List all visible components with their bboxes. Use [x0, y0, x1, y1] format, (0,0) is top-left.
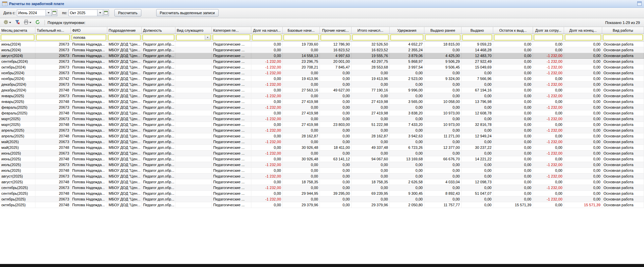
- grid-cell[interactable]: [175, 196, 212, 202]
- grid-cell[interactable]: Основная работа: [602, 47, 644, 53]
- grid-cell[interactable]: 77 190,16: [352, 87, 390, 93]
- grid-cell[interactable]: 0,00: [320, 82, 352, 87]
- grid-cell[interactable]: 0,00: [283, 105, 320, 110]
- grid-cell[interactable]: Попова Надежда...: [71, 168, 107, 173]
- grid-cell[interactable]: август(2025): [0, 173, 35, 179]
- grid-cell[interactable]: 4 425,00: [424, 53, 461, 59]
- grid-cell[interactable]: 0,00: [251, 99, 283, 105]
- grid-cell[interactable]: -1 232,00: [533, 53, 564, 59]
- grid-cell[interactable]: 0,00: [283, 93, 320, 99]
- grid-cell[interactable]: Попова Надежда...: [71, 64, 107, 70]
- grid-cell[interactable]: Педагог доп.обр...: [142, 151, 175, 156]
- grid-cell[interactable]: Основная работа: [602, 133, 644, 139]
- grid-cell[interactable]: 0,00: [320, 116, 352, 122]
- grid-cell[interactable]: Основная работа: [602, 156, 644, 162]
- grid-cell[interactable]: Попова Надежда...: [71, 105, 107, 110]
- grid-cell[interactable]: -1 232,00: [533, 105, 564, 110]
- grid-cell[interactable]: 2 626,58: [390, 179, 424, 185]
- grid-cell[interactable]: Педагог доп.обр...: [142, 99, 175, 105]
- grid-cell[interactable]: 27 419,98: [352, 99, 390, 105]
- grid-cell[interactable]: 0,00: [251, 87, 283, 93]
- grid-cell[interactable]: январь(2025): [0, 93, 35, 99]
- grid-cell[interactable]: июнь(2025): [0, 151, 35, 156]
- grid-cell[interactable]: 0,00: [424, 116, 461, 122]
- grid-cell[interactable]: МБОУ ДОД "Цен...: [107, 105, 142, 110]
- grid-cell[interactable]: 0,00: [424, 128, 461, 133]
- grid-cell[interactable]: 20748: [35, 122, 71, 128]
- grid-cell[interactable]: 2 355,24: [390, 47, 424, 53]
- grid-cell[interactable]: [175, 128, 212, 133]
- grid-cell[interactable]: Педагогические ...: [212, 53, 251, 59]
- grid-row[interactable]: ноябрь(2024)20742Попова Надежда...МБОУ Д…: [0, 76, 644, 82]
- grid-cell[interactable]: Основная работа: [602, 42, 644, 47]
- grid-cell[interactable]: 14 558,13: [283, 53, 320, 59]
- grid-cell[interactable]: 0,00: [493, 162, 533, 168]
- grid-cell[interactable]: Педагогические ...: [212, 128, 251, 133]
- grid-cell[interactable]: Педагог доп.обр...: [142, 47, 175, 53]
- grid-cell[interactable]: Педагог доп.обр...: [142, 145, 175, 151]
- grid-cell[interactable]: декабрь(2024): [0, 87, 35, 93]
- grid-cell[interactable]: 0,00: [533, 99, 564, 105]
- grid-cell[interactable]: 0,00: [493, 76, 533, 82]
- grid-cell[interactable]: [175, 64, 212, 70]
- filter-input-16[interactable]: [534, 34, 563, 41]
- grid-cell[interactable]: [175, 122, 212, 128]
- grid-cell[interactable]: 16 823,52: [352, 47, 390, 53]
- grid-cell[interactable]: 7 433,20: [390, 122, 424, 128]
- grid-row[interactable]: декабрь(2024)20673Попова Надежда...МБОУ …: [0, 82, 644, 87]
- print-button[interactable]: [22, 19, 33, 26]
- grid-cell[interactable]: Попова Надежда...: [71, 76, 107, 82]
- grid-cell[interactable]: 10 973,00: [424, 122, 461, 128]
- grid-cell[interactable]: 0,00: [564, 47, 602, 53]
- filter-input-7[interactable]: [213, 34, 250, 41]
- grid-cell[interactable]: 0,00: [533, 133, 564, 139]
- grid-cell[interactable]: [175, 145, 212, 151]
- grid-cell[interactable]: 0,00: [320, 105, 352, 110]
- grid-cell[interactable]: МБОУ ДОД "Цен...: [107, 173, 142, 179]
- grid-row[interactable]: февраль(2025)20748Попова Надежда...МБОУ …: [0, 110, 644, 116]
- grid-cell[interactable]: 0,00: [424, 151, 461, 156]
- grid-cell[interactable]: Педагогические ...: [212, 202, 251, 208]
- grid-cell[interactable]: 9 996,00: [390, 87, 424, 93]
- grid-cell[interactable]: 0,00: [493, 42, 533, 47]
- grid-cell[interactable]: Педагогические ...: [212, 64, 251, 70]
- grid-cell[interactable]: 20748: [35, 99, 71, 105]
- grid-cell[interactable]: 0,00: [320, 70, 352, 76]
- grid-cell[interactable]: Основная работа: [602, 145, 644, 151]
- grid-cell[interactable]: 0,00: [493, 151, 533, 156]
- grid-cell[interactable]: Педагогические ...: [212, 139, 251, 145]
- collapse-button[interactable]: [637, 1, 642, 7]
- grid-cell[interactable]: Педагогические ...: [212, 151, 251, 156]
- grid-cell[interactable]: Основная работа: [602, 185, 644, 191]
- grid-cell[interactable]: 0,00: [564, 82, 602, 87]
- settings-button[interactable]: [2, 19, 12, 26]
- grid-cell[interactable]: 0,00: [424, 139, 461, 145]
- grid-cell[interactable]: 0,00: [283, 139, 320, 145]
- grid-cell[interactable]: 13 796,98: [461, 99, 493, 105]
- grid-row[interactable]: июль(2024)20673Попова Надежда...МБОУ ДОД…: [0, 47, 644, 53]
- grid-cell[interactable]: Попова Надежда...: [71, 99, 107, 105]
- grid-cell[interactable]: 0,00: [564, 191, 602, 196]
- grid-cell[interactable]: 20748: [35, 168, 71, 173]
- grid-cell[interactable]: МБОУ ДОД "Цен...: [107, 162, 142, 168]
- grid-cell[interactable]: 7 566,96: [461, 76, 493, 82]
- grid-cell[interactable]: 9 300,45: [390, 191, 424, 196]
- column-header-15[interactable]: Остаток к выд...: [493, 27, 533, 34]
- grid-cell[interactable]: 0,00: [564, 122, 602, 128]
- grid-cell[interactable]: 0,00: [564, 162, 602, 168]
- grid-cell[interactable]: 18 815,00: [424, 42, 461, 47]
- grid-cell[interactable]: 23 296,75: [283, 59, 320, 64]
- grid-cell[interactable]: 20673: [35, 64, 71, 70]
- grid-cell[interactable]: 0,00: [493, 70, 533, 76]
- grid-cell[interactable]: 0,00: [564, 93, 602, 99]
- grid-cell[interactable]: 0,00: [251, 122, 283, 128]
- grid-cell[interactable]: 12 608,78: [461, 110, 493, 116]
- grid-cell[interactable]: 0,00: [390, 70, 424, 76]
- grid-cell[interactable]: апрель(2025): [0, 128, 35, 133]
- grid-cell[interactable]: 0,00: [533, 145, 564, 151]
- grid-cell[interactable]: -1 232,00: [533, 196, 564, 202]
- grid-row[interactable]: май(2025)20748Попова Надежда...МБОУ ДОД …: [0, 145, 644, 151]
- grid-cell[interactable]: 0,00: [251, 191, 283, 196]
- grid-cell[interactable]: 0,00: [320, 173, 352, 179]
- grid-cell[interactable]: 20673: [35, 93, 71, 99]
